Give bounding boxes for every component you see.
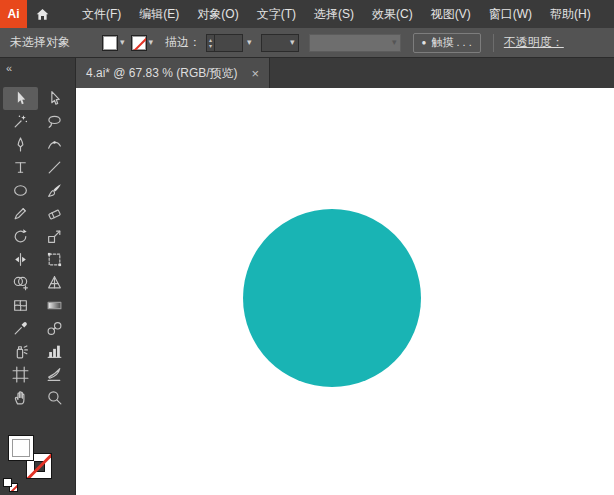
hand-tool[interactable] [3, 386, 38, 409]
stroke-swatch[interactable] [131, 35, 147, 51]
menu-bar: Ai 文件(F)编辑(E)对象(O)文字(T)选择(S)效果(C)视图(V)窗口… [0, 0, 614, 28]
document-tab[interactable]: 4.ai* @ 67.83 % (RGB/预览) × [76, 58, 270, 88]
column-graph-icon [46, 343, 63, 360]
pen-icon [12, 136, 29, 153]
app-logo-text: Ai [8, 7, 20, 21]
line-segment-tool[interactable] [38, 156, 73, 179]
stroke-weight-input[interactable] [215, 34, 243, 52]
menu-bar-items: 文件(F)编辑(E)对象(O)文字(T)选择(S)效果(C)视图(V)窗口(W)… [73, 0, 600, 28]
zoom-tool[interactable] [38, 386, 73, 409]
free-transform-icon [46, 251, 63, 268]
gradient-icon [46, 297, 63, 314]
menu-item[interactable]: 窗口(W) [480, 0, 541, 28]
line-segment-icon [46, 159, 63, 176]
tool-grid [0, 84, 75, 409]
app-logo: Ai [0, 0, 27, 28]
touch-button-label: 触摸 . . . [431, 35, 471, 50]
lasso-tool[interactable] [38, 110, 73, 133]
eyedropper-icon [12, 320, 29, 337]
chevron-down-icon: ▾ [392, 38, 397, 47]
column-graph-tool[interactable] [38, 340, 73, 363]
symbol-sprayer-icon [12, 343, 29, 360]
stroke-weight-stepper[interactable]: ▴▾ [206, 34, 243, 52]
ellipse-icon [12, 182, 29, 199]
width-tool[interactable] [3, 248, 38, 271]
stroke-weight-dropdown[interactable]: ▾ [247, 38, 252, 47]
rotate-tool[interactable] [3, 225, 38, 248]
paintbrush-tool[interactable] [38, 179, 73, 202]
selection-tool[interactable] [3, 87, 38, 110]
perspective-grid-tool[interactable] [38, 271, 73, 294]
stroke-color-control[interactable]: ▾ [131, 35, 154, 51]
collapse-panel-button[interactable]: « [6, 62, 12, 74]
menu-item[interactable]: 文件(F) [73, 0, 130, 28]
home-button[interactable] [27, 0, 57, 28]
shape-builder-tool[interactable] [3, 271, 38, 294]
none-slash-icon [131, 35, 147, 51]
menu-item[interactable]: 选择(S) [305, 0, 363, 28]
slice-tool[interactable] [38, 363, 73, 386]
rotate-icon [12, 228, 29, 245]
home-icon [35, 7, 50, 22]
opacity-label[interactable]: 不透明度： [504, 34, 564, 51]
separator [493, 34, 494, 52]
pencil-tool[interactable] [3, 202, 38, 225]
shape-builder-icon [12, 274, 29, 291]
scale-tool[interactable] [38, 225, 73, 248]
ellipse-tool[interactable] [3, 179, 38, 202]
default-fill-stroke-button[interactable] [3, 478, 23, 493]
pen-tool[interactable] [3, 133, 38, 156]
brush-definition-dropdown[interactable]: ▾ [261, 34, 299, 52]
ellipse-shape[interactable] [243, 209, 421, 387]
type-tool[interactable] [3, 156, 38, 179]
mesh-tool[interactable] [3, 294, 38, 317]
tool-panel-header: « [0, 58, 75, 84]
symbol-sprayer-tool[interactable] [3, 340, 38, 363]
artboard-tool[interactable] [3, 363, 38, 386]
fill-swatch[interactable] [102, 35, 118, 51]
blend-tool[interactable] [38, 317, 73, 340]
slice-icon [46, 366, 63, 383]
width-icon [12, 251, 29, 268]
hand-icon [12, 389, 29, 406]
chevron-down-icon[interactable]: ▾ [120, 38, 125, 47]
direct-selection-icon [46, 90, 63, 107]
artboard-icon [12, 366, 29, 383]
fill-stroke-control [8, 435, 54, 479]
menu-item[interactable]: 帮助(H) [541, 0, 600, 28]
menu-item[interactable]: 对象(O) [188, 0, 247, 28]
control-bar: 未选择对象 ▾ ▾ 描边： ▴▾ ▾ ▾ ▾ ● 触摸 . . . 不透明度： [0, 28, 614, 58]
touch-type-button[interactable]: ● 触摸 . . . [413, 33, 481, 53]
close-tab-icon[interactable]: × [252, 67, 260, 80]
direct-selection-tool[interactable] [38, 87, 73, 110]
gradient-tool[interactable] [38, 294, 73, 317]
chevron-down-icon[interactable]: ▾ [149, 38, 154, 47]
magic-wand-icon [12, 113, 29, 130]
blend-icon [46, 320, 63, 337]
selection-status: 未选择对象 [10, 34, 96, 51]
menu-item[interactable]: 效果(C) [363, 0, 422, 28]
spinner-arrows-icon[interactable]: ▴▾ [206, 34, 215, 52]
fill-color-control[interactable]: ▾ [102, 35, 125, 51]
magic-wand-tool[interactable] [3, 110, 38, 133]
perspective-grid-icon [46, 274, 63, 291]
fill-color-selector[interactable] [8, 435, 34, 461]
document-tab-bar: 4.ai* @ 67.83 % (RGB/预览) × [76, 58, 614, 88]
menu-item[interactable]: 文字(T) [248, 0, 305, 28]
type-icon [12, 159, 29, 176]
canvas[interactable] [76, 88, 614, 495]
pencil-icon [12, 205, 29, 222]
curvature-tool[interactable] [38, 133, 73, 156]
eraser-tool[interactable] [38, 202, 73, 225]
touch-bullet-icon: ● [422, 39, 427, 47]
free-transform-tool[interactable] [38, 248, 73, 271]
tool-panel: « [0, 58, 76, 495]
menu-item[interactable]: 视图(V) [422, 0, 480, 28]
eraser-icon [46, 205, 63, 222]
width-profile-dropdown: ▾ [309, 34, 401, 52]
menu-item[interactable]: 编辑(E) [130, 0, 188, 28]
tab-title: 4.ai* @ 67.83 % (RGB/预览) [86, 65, 238, 82]
stroke-label: 描边： [165, 34, 201, 51]
mesh-icon [12, 297, 29, 314]
eyedropper-tool[interactable] [3, 317, 38, 340]
